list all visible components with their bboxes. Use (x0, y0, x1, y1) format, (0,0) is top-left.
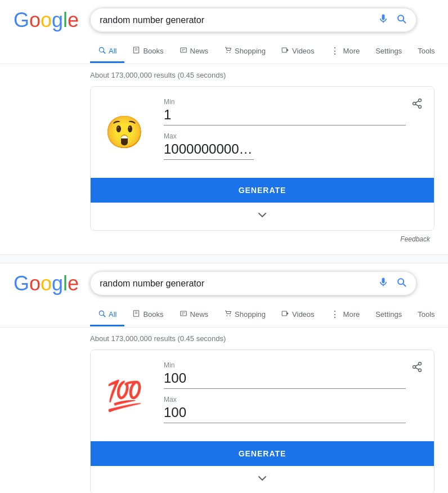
min-value-2[interactable]: 100 (164, 370, 406, 389)
share-icon-2[interactable] (411, 361, 423, 375)
svg-rect-5 (180, 48, 186, 52)
tab-more-label-2: More (343, 310, 360, 319)
tab-all-2[interactable]: All (90, 304, 124, 326)
share-icon-1[interactable] (411, 98, 423, 112)
mic-icon-1[interactable] (378, 13, 389, 27)
nav-tabs-2: All Books News Shopping Videos (0, 303, 448, 328)
max-label-1: Max (164, 132, 406, 140)
logo-g2: g (52, 8, 63, 32)
svg-line-32 (415, 367, 419, 369)
min-label-1: Min (164, 98, 406, 106)
min-value-1[interactable]: 1 (164, 107, 406, 126)
section-2: Google (0, 263, 448, 493)
logo-e: e (68, 8, 79, 32)
tab-tools-1[interactable]: Tools (410, 41, 442, 62)
search-input-2[interactable] (100, 279, 378, 289)
tab-news-2[interactable]: News (172, 304, 217, 326)
nav-tabs-1: All Books News Shopping Videos (0, 40, 448, 64)
tab-shopping-2[interactable]: Shopping (216, 304, 274, 326)
tab-settings-1[interactable]: Settings (368, 41, 410, 62)
tab-tools-label-2: Tools (418, 310, 434, 319)
search-icons-1 (378, 13, 407, 27)
tab-shopping-label-1: Shopping (235, 47, 266, 55)
search-icons-2 (378, 276, 407, 290)
books-icon-1 (132, 46, 140, 56)
tab-videos-label-2: Videos (292, 310, 315, 319)
results-info-2: About 173,000,000 results (0.45 seconds) (0, 328, 448, 349)
rng-body-1: 😲 Min 1 Max 1000000000000000000 (91, 87, 434, 178)
tab-shopping-label-2: Shopping (235, 310, 266, 319)
news-icon-2 (180, 310, 187, 319)
more-icon-1: ⋮ (330, 46, 339, 56)
tab-books-label-1: Books (143, 47, 163, 55)
generate-button-2[interactable]: GENERATE (91, 441, 434, 466)
books-icon-2 (132, 310, 140, 319)
tab-videos-2[interactable]: Videos (274, 304, 322, 326)
svg-point-12 (419, 99, 422, 102)
max-value-1[interactable]: 1000000000000000000 (164, 141, 254, 160)
rng-controls-1: Min 1 Max 1000000000000000000 (164, 98, 406, 167)
results-text-1: About 173,000,000 results (0.45 seconds) (90, 71, 226, 79)
logo2-g2: g (52, 272, 63, 295)
tab-all-1[interactable]: All (90, 41, 124, 63)
videos-icon-1 (281, 46, 289, 56)
svg-rect-22 (180, 311, 186, 316)
rng-emoji-1: 😲 (102, 114, 147, 151)
svg-rect-27 (282, 311, 286, 316)
svg-point-9 (230, 52, 231, 53)
section-1: Google (0, 0, 448, 245)
search-input-1[interactable] (100, 15, 378, 25)
expand-chevron-2[interactable] (91, 466, 434, 493)
logo-l: l (63, 8, 68, 32)
header-2: Google (0, 263, 448, 303)
logo2-l: l (63, 272, 68, 295)
tab-more-1[interactable]: ⋮ More (322, 40, 368, 64)
svg-line-33 (415, 364, 419, 366)
tab-books-2[interactable]: Books (124, 304, 171, 326)
generate-button-1[interactable]: GENERATE (91, 178, 434, 203)
tab-news-label-2: News (190, 310, 209, 319)
search-bar-1 (90, 8, 416, 32)
svg-rect-10 (282, 48, 286, 52)
max-value-2[interactable]: 100 (164, 405, 406, 423)
news-icon-1 (180, 46, 187, 56)
results-text-2: About 173,000,000 results (0.45 seconds) (90, 334, 226, 343)
google-logo-1[interactable]: Google (14, 8, 79, 32)
svg-point-14 (419, 105, 422, 108)
logo-o1: o (29, 8, 41, 32)
search-icon-2[interactable] (396, 276, 407, 290)
logo2-o1: o (29, 272, 41, 295)
svg-point-30 (413, 366, 416, 369)
tab-settings-2[interactable]: Settings (368, 304, 410, 326)
tab-more-2[interactable]: ⋮ More (322, 303, 368, 327)
tab-tools-2[interactable]: Tools (410, 304, 442, 326)
svg-point-31 (419, 369, 422, 371)
search-icon-1[interactable] (396, 13, 407, 27)
rng-emoji-2: 💯 (102, 376, 147, 415)
tab-more-label-1: More (343, 47, 360, 55)
min-label-2: Min (164, 361, 406, 369)
all-icon-2 (98, 310, 106, 319)
tab-videos-1[interactable]: Videos (274, 41, 322, 63)
svg-point-8 (226, 52, 227, 53)
logo-g: G (14, 8, 29, 32)
svg-marker-11 (286, 48, 288, 52)
max-label-2: Max (164, 396, 406, 404)
tab-shopping-1[interactable]: Shopping (216, 41, 274, 63)
tab-news-1[interactable]: News (172, 41, 217, 63)
all-icon-1 (98, 46, 106, 56)
logo2-o2: o (41, 272, 52, 295)
rng-widget-1: 😲 Min 1 Max 1000000000000000000 GENERATE (90, 86, 434, 231)
mic-icon-2[interactable] (378, 276, 389, 290)
rng-controls-2: Min 100 Max 100 (164, 361, 406, 430)
tab-all-label-2: All (109, 310, 117, 319)
google-logo-2[interactable]: Google (14, 272, 79, 295)
shopping-icon-1 (224, 46, 232, 56)
videos-icon-2 (281, 310, 289, 319)
tab-books-1[interactable]: Books (124, 41, 171, 63)
feedback-link-1[interactable]: Feedback (90, 233, 434, 245)
expand-chevron-1[interactable] (91, 203, 434, 230)
svg-point-26 (230, 315, 231, 316)
tab-settings-label-2: Settings (375, 310, 402, 319)
logo-o2: o (41, 8, 52, 32)
